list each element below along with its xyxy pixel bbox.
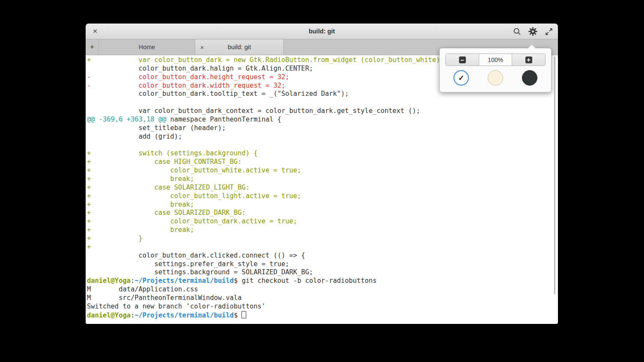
terminal-line: + break; (87, 226, 558, 234)
terminal-line: + case SOLARIZED_DARK_BG: (87, 209, 558, 217)
tab-close-icon: × (200, 44, 204, 51)
terminal-text-segment: @@ -369,6 +363,18 @@ (87, 116, 166, 123)
terminal-text-segment: color_button_dark.clicked.connect (() =>… (87, 252, 305, 259)
terminal-text-segment: - color_button_dark.height_request = 32; (87, 73, 289, 81)
terminal-text-segment: settings.background = SOLARIZED_DARK_BG; (87, 268, 313, 276)
terminal-line: Switched to a new branch 'color-radiobut… (87, 303, 558, 311)
terminal-text-segment: + var color_button_dark = new Gtk.RadioB… (87, 56, 444, 64)
terminal-line: + break; (87, 175, 558, 184)
scrollbar[interactable] (554, 56, 555, 294)
terminal-text-segment: + } (87, 234, 143, 242)
desktop-background: × build: git (0, 0, 644, 362)
terminal-text-segment: $ git checkout -b color-radiobuttons (234, 277, 377, 285)
terminal-line: add (grid); (87, 133, 558, 141)
terminal-text-segment: - color_button_dark.width_request = 32; (87, 82, 285, 89)
terminal-line: M data/Application.css (87, 285, 558, 294)
settings-popover: − 100% + ✓ (439, 48, 552, 92)
terminal-text-segment: + (87, 243, 91, 251)
window-title: build: git (86, 24, 558, 39)
terminal-text-segment: + break; (87, 226, 194, 234)
terminal-line (87, 98, 558, 107)
terminal-text-segment: color_button_dark.halign = Gtk.Align.CEN… (87, 65, 313, 72)
terminal-text-segment: Switched to a new branch 'color-radiobut… (87, 303, 265, 310)
terminal-text-segment: M src/PantheonTerminalWindow.vala (87, 294, 242, 302)
terminal-text-segment: + case HIGH_CONTRAST_BG: (87, 158, 242, 166)
settings-button[interactable] (527, 26, 539, 37)
new-tab-button[interactable]: + (86, 39, 99, 55)
zoom-in-button[interactable]: + (512, 54, 545, 65)
terminal-line: M src/PantheonTerminalWindow.vala (87, 294, 558, 303)
search-button[interactable] (511, 26, 523, 37)
terminal-line: daniel@Yoga:~/Projects/terminal/build$ (87, 311, 558, 320)
zoom-out-icon: − (459, 56, 466, 63)
terminal-line: set_titlebar (header); (87, 124, 558, 133)
zoom-in-icon: + (525, 56, 532, 63)
terminal-text-segment: + case SOLARIZED_LIGHT_BG: (87, 184, 250, 191)
titlebar-actions (511, 24, 555, 39)
theme-high-contrast-button[interactable]: ✓ (453, 70, 469, 86)
terminal-output[interactable]: + var color_button_dark = new Gtk.RadioB… (86, 55, 558, 324)
terminal-line: + } (87, 234, 558, 243)
tab-label: Home (139, 44, 155, 50)
search-icon (513, 27, 522, 36)
terminal-lines: + var color_button_dark = new Gtk.RadioB… (87, 56, 558, 320)
zoom-level: 100% (479, 54, 512, 65)
terminal-line: var color_button_dark_context = color_bu… (87, 107, 558, 116)
terminal-line: + color_button_dark.active = true; (87, 217, 558, 226)
terminal-text-segment: color_button_dark.tooltip_text = _("Sola… (87, 90, 349, 98)
terminal-cursor (242, 311, 246, 318)
fullscreen-button[interactable] (543, 26, 555, 37)
tab-label: build: git (228, 44, 251, 50)
terminal-line (87, 141, 558, 150)
tab-build-git[interactable]: × build: git (195, 39, 284, 55)
zoom-out-button[interactable]: − (446, 54, 479, 65)
titlebar: × build: git (86, 24, 558, 39)
terminal-line: + break; (87, 201, 558, 209)
terminal-line: + color_button_light.active = true; (87, 192, 558, 201)
expand-icon (544, 27, 554, 36)
terminal-text-segment: var color_button_dark_context = color_bu… (87, 107, 420, 115)
terminal-line: settings.prefer_dark_style = true; (87, 260, 558, 269)
terminal-text-segment: ~/Projects/terminal/build (134, 277, 234, 285)
terminal-text-segment: daniel@Yoga (87, 277, 131, 285)
theme-switcher: ✓ (440, 70, 551, 86)
terminal-text-segment: : (131, 312, 134, 319)
terminal-line: + switch (settings.background) { (87, 149, 558, 158)
terminal-text-segment: + switch (settings.background) { (87, 149, 257, 157)
tab-close-button[interactable]: × (197, 42, 207, 52)
gear-icon (528, 27, 538, 36)
terminal-text-segment: : (131, 277, 134, 285)
terminal-line: + (87, 243, 558, 252)
checkmark-icon: ✓ (458, 74, 464, 82)
terminal-text-segment: add (grid); (87, 133, 182, 140)
terminal-text-segment: set_titlebar (header); (87, 124, 226, 132)
terminal-line: + color_button_white.active = true; (87, 166, 558, 175)
theme-solarized-dark-button[interactable] (522, 70, 537, 86)
terminal-text-segment: M data/Application.css (87, 285, 198, 293)
terminal-text-segment: $ (234, 312, 242, 319)
theme-solarized-light-button[interactable] (488, 70, 503, 86)
terminal-line: color_button_dark.clicked.connect (() =>… (87, 252, 558, 260)
plus-icon: + (90, 43, 95, 51)
terminal-line: @@ -369,6 +363,18 @@ namespace PantheonT… (87, 116, 558, 124)
terminal-text-segment: ~/Projects/terminal/build (134, 312, 234, 319)
terminal-text-segment: daniel@Yoga (87, 312, 131, 319)
terminal-text-segment: + break; (87, 175, 194, 183)
terminal-text-segment: + color_button_white.active = true; (87, 166, 301, 174)
tab-home[interactable]: Home (99, 39, 195, 55)
terminal-line: daniel@Yoga:~/Projects/terminal/build$ g… (87, 277, 558, 285)
terminal-text-segment: + case SOLARIZED_DARK_BG: (87, 209, 246, 217)
terminal-text-segment: namespace PantheonTerminal { (166, 116, 281, 123)
terminal-text-segment: + color_button_dark.active = true; (87, 217, 297, 225)
terminal-line: settings.background = SOLARIZED_DARK_BG; (87, 268, 558, 277)
terminal-text-segment: + break; (87, 201, 194, 208)
terminal-line: + case HIGH_CONTRAST_BG: (87, 158, 558, 166)
terminal-text-segment: + color_button_light.active = true; (87, 192, 301, 200)
zoom-control: − 100% + (445, 53, 546, 66)
terminal-text-segment: settings.prefer_dark_style = true; (87, 260, 289, 268)
terminal-line: + case SOLARIZED_LIGHT_BG: (87, 184, 558, 192)
